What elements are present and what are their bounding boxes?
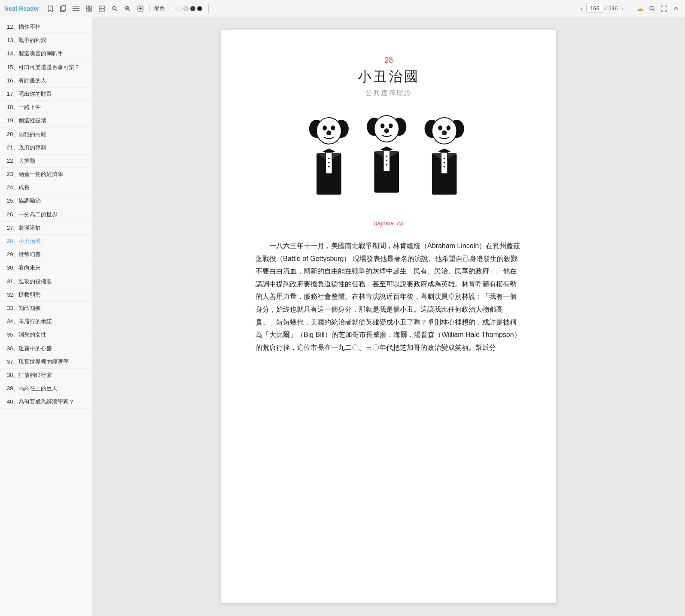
add-icon[interactable] <box>136 4 145 13</box>
sidebar-item-33[interactable]: 33、知己知彼 <box>0 302 92 315</box>
svg-line-21 <box>653 9 655 11</box>
svg-point-26 <box>331 125 335 130</box>
svg-rect-5 <box>86 6 88 8</box>
svg-point-54 <box>446 125 451 130</box>
color-options <box>170 6 202 11</box>
sidebar-item-20[interactable]: 20、囚犯的兩難 <box>0 128 92 141</box>
sidebar-item-19[interactable]: 19、創造性破壞 <box>0 114 92 127</box>
separator-1 <box>149 4 150 13</box>
sidebar: 12、插住不掉 13、戰爭的利潤 14、製造噪音的喇叭手 15、可口可樂還是百事… <box>0 17 92 616</box>
svg-point-63 <box>444 166 445 167</box>
sidebar-item-35[interactable]: 35、消失的女性 <box>0 328 92 342</box>
sidebar-item-25[interactable]: 25、協調融治 <box>0 194 92 208</box>
sidebar-item-31[interactable]: 31、進攻的投機客 <box>0 275 92 288</box>
sidebar-item-17[interactable]: 17、亮出你的財富 <box>0 88 92 101</box>
sidebar-item-34[interactable]: 34、未履行的承諾 <box>0 315 92 328</box>
sidebar-item-30[interactable]: 30、看向未來 <box>0 261 92 275</box>
sidebar-item-23[interactable]: 23、涵蓋一切的經濟學 <box>0 168 92 181</box>
svg-point-55 <box>442 130 447 136</box>
sidebar-item-29[interactable]: 29、貨幣幻覺 <box>0 248 92 261</box>
svg-rect-9 <box>99 6 104 8</box>
watermark-text: nayona. cn <box>256 220 522 227</box>
topbar: Neat Reader <box>0 0 685 17</box>
app-title: Neat Reader <box>4 5 40 12</box>
svg-point-25 <box>323 125 327 130</box>
sidebar-item-21[interactable]: 21、政府的專制 <box>0 141 92 155</box>
svg-point-33 <box>328 158 330 159</box>
sidebar-item-22[interactable]: 22、大推動 <box>0 155 92 168</box>
bookmark-icon[interactable] <box>46 4 55 13</box>
sidebar-item-16[interactable]: 16、有計畫的人 <box>0 74 92 88</box>
sidebar-item-24[interactable]: 24、成長 <box>0 181 92 194</box>
color-black[interactable] <box>197 6 202 11</box>
chapter-body-text: 一八六三年十一月，美國南北戰爭期間，林肯總統（Abraham Lincoln）在… <box>256 240 522 354</box>
search-right-icon[interactable] <box>647 4 657 13</box>
sidebar-item-40[interactable]: 40、為何要成為經濟學家？ <box>0 395 92 409</box>
sidebar-item-15[interactable]: 15、可口可樂還是百事可樂？ <box>0 61 92 74</box>
sidebar-item-37[interactable]: 37、現實世界裡的經濟學 <box>0 355 92 369</box>
layout: 12、插住不掉 13、戰爭的利潤 14、製造噪音的喇叭手 15、可口可樂還是百事… <box>0 17 685 616</box>
sidebar-item-39[interactable]: 39、高高在上的巨人 <box>0 382 92 395</box>
svg-point-61 <box>444 158 445 159</box>
svg-rect-10 <box>99 9 104 11</box>
chapter-illustration <box>256 108 522 211</box>
chapter-number: 28 <box>256 56 522 65</box>
svg-point-39 <box>381 124 385 129</box>
list-icon[interactable] <box>97 4 107 13</box>
cloud-icon[interactable]: ☁ <box>635 4 645 13</box>
color-label: 配色 <box>154 5 164 12</box>
color-dark[interactable] <box>190 6 195 11</box>
svg-line-14 <box>128 9 130 11</box>
color-cream[interactable] <box>177 6 182 11</box>
color-green[interactable] <box>183 6 189 11</box>
svg-point-48 <box>386 160 387 161</box>
svg-rect-1 <box>62 6 66 11</box>
svg-point-11 <box>113 6 116 10</box>
sidebar-item-38[interactable]: 38、狂放的銀行家 <box>0 369 92 382</box>
sidebar-item-26[interactable]: 26、一分為二的世界 <box>0 208 92 222</box>
total-pages: 246 <box>609 5 618 12</box>
sidebar-item-32[interactable]: 32、拯救弱勢 <box>0 288 92 302</box>
main-content-area: 28 小丑治國 公共選擇理論 <box>92 17 685 616</box>
svg-rect-8 <box>89 9 91 11</box>
fullscreen-icon[interactable] <box>659 4 669 13</box>
svg-point-53 <box>438 125 442 130</box>
svg-rect-6 <box>89 6 91 8</box>
next-page-button[interactable]: › <box>619 4 625 13</box>
page-navigation: ‹ / 246 › <box>579 4 625 13</box>
svg-line-12 <box>116 9 117 11</box>
right-icons: ☁ <box>635 4 681 13</box>
page-separator: / <box>605 5 607 12</box>
svg-rect-7 <box>86 9 88 11</box>
collapse-icon[interactable] <box>671 4 681 13</box>
separator-2 <box>208 4 209 13</box>
svg-point-27 <box>326 130 332 136</box>
grid-icon[interactable] <box>84 4 94 13</box>
svg-point-47 <box>386 155 387 157</box>
chapter-title: 小丑治國 <box>256 67 522 86</box>
svg-point-41 <box>384 128 389 134</box>
sidebar-item-13[interactable]: 13、戰爭的利潤 <box>0 34 92 47</box>
svg-point-49 <box>386 164 387 166</box>
sidebar-item-14[interactable]: 14、製造噪音的喇叭手 <box>0 47 92 61</box>
chapter-subtitle: 公共選擇理論 <box>256 89 522 98</box>
svg-point-34 <box>328 162 330 164</box>
sidebar-item-27[interactable]: 27、裝滿浴缸 <box>0 222 92 235</box>
svg-point-35 <box>328 166 330 167</box>
color-white[interactable] <box>170 6 175 11</box>
sidebar-item-36[interactable]: 36、迷霧中的心盛 <box>0 342 92 355</box>
svg-point-62 <box>444 162 445 164</box>
page-number-input[interactable] <box>586 4 603 13</box>
zoom-search-icon[interactable] <box>123 4 132 13</box>
menu-icon[interactable] <box>71 4 81 13</box>
search-icon[interactable] <box>110 4 119 13</box>
sidebar-item-12[interactable]: 12、插住不掉 <box>0 21 92 34</box>
copy-icon[interactable] <box>58 4 68 13</box>
prev-page-button[interactable]: ‹ <box>579 4 585 13</box>
sidebar-item-28[interactable]: 28、小丑治國 <box>0 235 92 248</box>
page-document: 28 小丑治國 公共選擇理論 <box>221 30 556 603</box>
svg-point-20 <box>650 6 653 10</box>
sidebar-item-18[interactable]: 18、一路下沖 <box>0 101 92 114</box>
svg-point-40 <box>389 124 393 129</box>
